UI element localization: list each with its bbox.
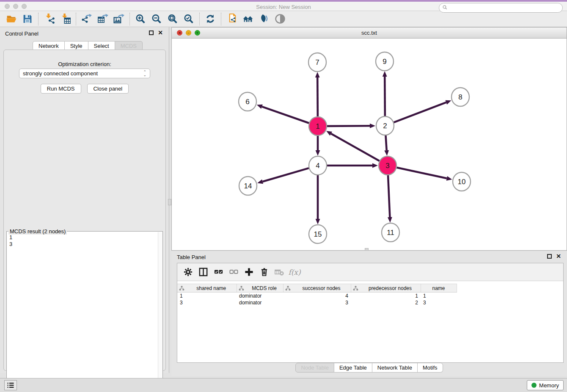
edge-3-1[interactable] xyxy=(331,134,379,161)
close-panel-icon[interactable]: ✕ xyxy=(158,30,163,35)
select-all-button[interactable] xyxy=(212,265,225,279)
open-session-icon xyxy=(6,14,17,24)
table-toolbar: f(x) xyxy=(177,263,563,281)
import-table-button[interactable] xyxy=(57,12,73,26)
refresh-view-button[interactable] xyxy=(202,12,218,26)
run-mcds-button[interactable]: Run MCDS xyxy=(41,84,81,94)
table-row[interactable]: 3dominator323 xyxy=(177,299,457,306)
search-box[interactable] xyxy=(439,3,563,13)
export-table-button[interactable] xyxy=(95,12,111,26)
clone-network-button[interactable] xyxy=(224,12,240,26)
import-network-button[interactable] xyxy=(41,12,57,26)
table-cell[interactable]: 2 xyxy=(351,299,421,306)
mcds-result-lines: 1 3 xyxy=(9,234,12,248)
close-table-panel-icon[interactable]: ✕ xyxy=(556,254,561,259)
tab-edge-table[interactable]: Edge Table xyxy=(334,363,372,373)
node-label-11: 11 xyxy=(387,229,394,237)
table-cell[interactable]: 1 xyxy=(421,293,457,299)
edge-3-11[interactable] xyxy=(388,175,390,217)
delete-table-icon xyxy=(275,267,284,277)
refresh-view-icon xyxy=(205,14,216,24)
node-label-3: 3 xyxy=(385,162,389,170)
node-table-header[interactable]: shared nameMCDS rolesuccessor nodesprede… xyxy=(177,284,457,293)
table-cell[interactable]: 3 xyxy=(177,299,237,306)
style-toggle-icon xyxy=(259,14,270,24)
function-builder-icon: f(x) xyxy=(288,268,300,276)
control-panel-window-buttons: ✕ xyxy=(149,30,163,35)
edge-arrow-3-11 xyxy=(388,217,392,223)
save-session-button[interactable] xyxy=(19,12,36,26)
table-cell[interactable]: 3 xyxy=(283,299,351,306)
delete-row-button[interactable] xyxy=(258,265,270,279)
open-session-button[interactable] xyxy=(3,12,19,26)
criterion-select[interactable]: strongly connected component ⌃⌄ xyxy=(19,69,150,78)
column-header-predecessor-nodes[interactable]: predecessor nodes xyxy=(351,284,421,293)
splitter-grip-horizontal[interactable] xyxy=(365,248,369,251)
zoom-in-button[interactable] xyxy=(132,12,149,26)
save-session-icon xyxy=(22,14,33,24)
tab-node-table[interactable]: Node Table xyxy=(295,363,334,373)
tab-network-table[interactable]: Network Table xyxy=(372,363,418,373)
edge-2-8[interactable] xyxy=(394,102,446,122)
edge-arrow-2-9 xyxy=(383,71,387,77)
style-toggle-button[interactable] xyxy=(256,12,272,26)
home-layout-button[interactable] xyxy=(240,12,256,26)
zoom-out-button[interactable] xyxy=(149,12,165,26)
zoom-selected-button[interactable] xyxy=(181,12,197,26)
close-panel-button[interactable]: Close panel xyxy=(87,84,129,94)
edge-arrow-4-15 xyxy=(316,219,320,224)
table-cell[interactable]: 3 xyxy=(421,299,457,306)
edge-3-10[interactable] xyxy=(396,168,446,179)
table-options-button[interactable] xyxy=(182,265,194,279)
column-header-name[interactable]: name xyxy=(421,284,457,293)
node-table-body[interactable]: 1dominator4113dominator323 xyxy=(177,293,457,306)
show-hide-details-button[interactable] xyxy=(272,12,288,26)
table-container: f(x) shared nameMCDS rolesuccessor nodes… xyxy=(177,263,564,363)
edge-1-2[interactable] xyxy=(327,126,370,126)
table-cell[interactable]: dominator xyxy=(237,299,283,306)
node-label-8: 8 xyxy=(458,93,462,101)
node-label-10: 10 xyxy=(458,178,466,186)
column-header-successor-nodes[interactable]: successor nodes xyxy=(283,284,351,293)
task-history-button[interactable] xyxy=(4,380,17,390)
optimization-criterion-label: Optimization criterion: xyxy=(4,61,165,67)
main-toolbar xyxy=(0,11,567,27)
edge-2-3[interactable] xyxy=(385,135,386,150)
zoom-selected-icon xyxy=(183,14,194,24)
network-canvas[interactable]: 7968124314101511 xyxy=(172,39,567,250)
export-image-button[interactable] xyxy=(111,12,127,26)
network-titlebar[interactable]: ✕ − + scc.txt xyxy=(172,28,567,39)
deselect-all-button[interactable] xyxy=(227,265,240,279)
table-cell[interactable]: 4 xyxy=(283,293,351,299)
table-cell[interactable]: 1 xyxy=(351,293,421,299)
edge-4-14[interactable] xyxy=(263,168,309,182)
table-row[interactable]: 1dominator411 xyxy=(177,293,457,299)
table-tabs: Node TableEdge TableNetwork TableMotifs xyxy=(171,363,567,373)
delete-table-button[interactable] xyxy=(273,265,286,279)
add-row-button[interactable] xyxy=(242,265,255,279)
column-type-icon xyxy=(239,286,244,291)
splitter-grip-vertical[interactable] xyxy=(168,199,171,205)
column-header-shared-name[interactable]: shared name xyxy=(177,284,237,293)
zoom-out-icon xyxy=(151,14,162,24)
edge-arrow-2-8 xyxy=(445,100,451,105)
float-table-panel-icon[interactable] xyxy=(547,254,552,259)
tab-motifs[interactable]: Motifs xyxy=(418,363,443,373)
float-panel-icon[interactable] xyxy=(149,30,154,35)
network-graph: 7968124314101511 xyxy=(172,39,567,250)
search-input[interactable] xyxy=(449,5,562,11)
edge-1-6[interactable] xyxy=(262,107,309,123)
table-cell[interactable]: 1 xyxy=(177,293,237,299)
memory-button[interactable]: Memory xyxy=(527,380,564,390)
show-columns-button[interactable] xyxy=(197,265,209,279)
select-stepper-icon: ⌃⌄ xyxy=(143,71,146,77)
table-cell[interactable]: dominator xyxy=(237,293,283,299)
edge-1-7[interactable] xyxy=(317,77,318,117)
zoom-fit-button[interactable] xyxy=(165,12,181,26)
node-table[interactable]: shared nameMCDS rolesuccessor nodesprede… xyxy=(177,284,457,306)
edge-2-9[interactable] xyxy=(385,77,385,116)
column-header-MCDS-role[interactable]: MCDS role xyxy=(237,284,283,293)
function-builder-button[interactable]: f(x) xyxy=(288,265,301,279)
mcds-result-scrollbar[interactable] xyxy=(158,232,162,391)
export-network-button[interactable] xyxy=(79,12,95,26)
